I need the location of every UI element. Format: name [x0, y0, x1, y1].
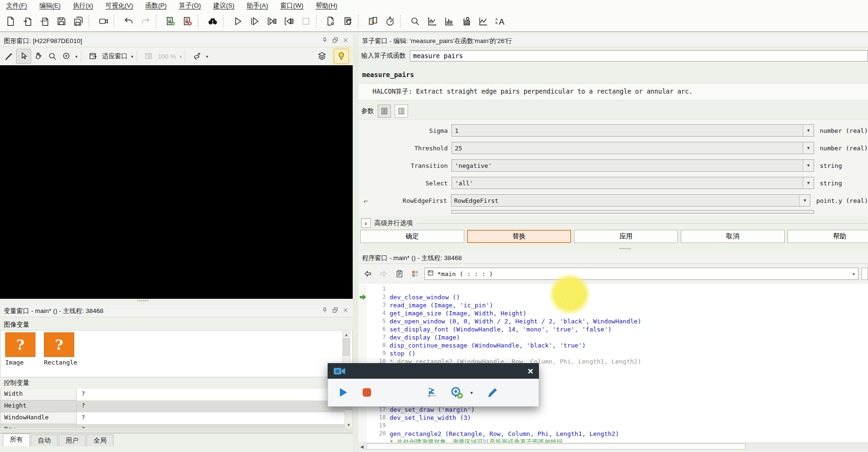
control-variable-row[interactable]: Width ?	[0, 389, 353, 400]
clipboard-icon[interactable]	[393, 267, 406, 280]
fit-window-dropdown-icon[interactable]: ▾	[130, 54, 135, 59]
parameter-value-input[interactable]: 'all' ▼	[451, 177, 814, 189]
control-variable-row[interactable]: Height ?	[0, 400, 353, 412]
open-example-icon[interactable]: Ex	[36, 13, 53, 30]
deactivate-lines-icon[interactable]	[179, 13, 196, 30]
color-histogram-icon[interactable]	[441, 13, 458, 30]
menu-item[interactable]: 函数(P)	[139, 1, 173, 10]
code-line[interactable]: 7 dev_display (Image)	[358, 333, 868, 341]
code-line[interactable]: 9 stop ()	[358, 349, 868, 357]
breakpoint-gutter[interactable]	[358, 333, 367, 341]
code-line[interactable]: 17 dev_set_draw ('margin')	[358, 406, 868, 414]
code-line[interactable]: 18 dev_set_line_width (3)	[358, 414, 868, 422]
procedures-grid-icon[interactable]	[409, 267, 422, 280]
breakpoint-gutter[interactable]	[358, 301, 367, 309]
breakpoint-gutter[interactable]	[358, 430, 367, 438]
activate-lines-icon[interactable]	[162, 13, 179, 30]
menu-item[interactable]: 执行(x)	[67, 1, 99, 10]
reload-icon[interactable]	[339, 13, 356, 30]
redo-icon[interactable]	[137, 13, 154, 30]
splitter[interactable]	[0, 429, 353, 433]
control-variable-row[interactable]: WindowHandle ?	[0, 412, 353, 424]
breakpoint-gutter[interactable]	[358, 309, 367, 317]
parameter-value-input[interactable]: 1 ▼	[451, 124, 814, 137]
float-window-icon[interactable]	[332, 37, 339, 45]
breakpoint-gutter[interactable]	[358, 406, 367, 414]
breakpoint-gutter[interactable]	[358, 341, 367, 349]
dialog-button[interactable]: 取消	[681, 230, 785, 243]
list-view-icon[interactable]	[378, 104, 391, 118]
parameter-value-input[interactable]: 'negative' ▼	[451, 159, 814, 172]
float-window-icon[interactable]	[332, 307, 339, 315]
chevron-down-icon[interactable]: ▾	[851, 271, 856, 277]
breakpoint-gutter[interactable]	[358, 317, 367, 325]
parameter-value-input[interactable]: RowEdgeFirst ▼	[451, 194, 811, 207]
chevron-down-icon[interactable]: ▾	[469, 390, 474, 395]
code-line[interactable]: 20 gen_rectangle2 (Rectangle, Row, Colum…	[358, 430, 868, 438]
zoom-window-icon[interactable]	[407, 13, 424, 30]
menu-item[interactable]: 编辑(E)	[33, 1, 67, 10]
variable-tab[interactable]: 自动	[31, 435, 58, 446]
find-icon[interactable]	[204, 13, 221, 30]
operator-search-input[interactable]	[410, 50, 868, 61]
fit-window-icon[interactable]	[86, 49, 100, 63]
breakpoint-gutter[interactable]	[358, 438, 367, 443]
save-icon[interactable]	[53, 13, 70, 30]
pencil-icon[interactable]	[486, 386, 499, 399]
image-variable-tile[interactable]: ? Image	[5, 332, 42, 377]
clipped-toolbar-button[interactable]	[861, 268, 868, 280]
dialog-button[interactable]: 确定	[360, 230, 464, 243]
step-out-icon[interactable]	[280, 13, 297, 30]
control-variable-row[interactable]: Row ?	[0, 424, 353, 428]
scrollbar-thumb[interactable]	[366, 443, 746, 450]
pan-hand-icon[interactable]	[31, 49, 45, 63]
menu-item[interactable]: 帮助(H)	[310, 1, 344, 10]
code-line[interactable]: 5 dev_open_window (0, 0, Width / 2, Heig…	[358, 317, 868, 325]
open-file-icon[interactable]	[19, 13, 36, 30]
menu-item[interactable]: 可视化(V)	[99, 1, 139, 10]
magnifier-icon[interactable]	[45, 49, 60, 63]
menu-item[interactable]: 窗口(W)	[274, 1, 310, 10]
dialog-button[interactable]: 帮助	[788, 230, 868, 243]
splitter-handle[interactable]: ••••••	[137, 298, 149, 303]
scrollbar-thumb[interactable]	[343, 339, 349, 356]
horizontal-scrollbar[interactable]: ◀	[358, 443, 868, 450]
dropdown-button[interactable]: ▼	[803, 142, 814, 154]
undo-icon[interactable]	[120, 13, 137, 30]
dropdown-button[interactable]: ▼	[799, 195, 810, 206]
new-file-icon[interactable]	[2, 13, 19, 30]
export-icon[interactable]	[322, 13, 339, 30]
line-profile-icon[interactable]	[475, 13, 492, 30]
scroll-down-icon[interactable]: ▼	[345, 423, 352, 427]
graphics-canvas[interactable]	[0, 65, 353, 299]
breakpoint-gutter[interactable]	[358, 349, 367, 357]
code-line[interactable]: 6 set_display_font (WindowHandle, 14, 'm…	[358, 325, 868, 333]
region-flag-icon[interactable]	[425, 386, 438, 399]
stop-record-icon[interactable]	[361, 387, 373, 398]
close-icon[interactable]: ×	[528, 366, 533, 376]
breakpoint-gutter[interactable]	[358, 285, 367, 293]
code-line[interactable]: 2 dev_close_window ()	[358, 293, 868, 301]
profiler-icon[interactable]	[382, 13, 399, 30]
zoom-in-dropdown-icon[interactable]: ▾	[74, 54, 79, 59]
splitter-handle[interactable]: ••••••	[619, 246, 631, 251]
chevron-down-icon[interactable]: ∨	[361, 218, 371, 228]
variable-tab[interactable]: 所有	[3, 434, 30, 446]
font-settings-icon[interactable]: ABA	[492, 13, 509, 30]
scroll-up-icon[interactable]: ▲	[343, 332, 350, 337]
code-line[interactable]: 4 get_image_size (Image, Width, Height)	[358, 309, 868, 317]
feature-histogram-icon[interactable]	[458, 13, 475, 30]
parameter-value-input[interactable]: 25 ▼	[451, 142, 814, 154]
brush-icon[interactable]	[2, 49, 16, 63]
dropdown-button[interactable]: ▼	[803, 177, 814, 189]
unknown-image-thumb[interactable]: ?	[44, 332, 74, 357]
cursor-icon[interactable]	[16, 49, 31, 64]
menu-item[interactable]: 助手(A)	[241, 1, 274, 10]
code-line[interactable]: * 此处创建测量对象，测量区域可以是矩形或垂直于圆弧的线段	[358, 438, 868, 443]
step-into-icon[interactable]	[263, 13, 280, 30]
layers-icon[interactable]	[315, 49, 329, 63]
pin-icon[interactable]	[321, 37, 328, 45]
image-variable-tile[interactable]: ? Rectangle	[44, 332, 81, 377]
code-line[interactable]: 8 disp_continue_message (WindowHandle, '…	[358, 341, 868, 349]
breakpoint-gutter[interactable]	[358, 293, 367, 301]
